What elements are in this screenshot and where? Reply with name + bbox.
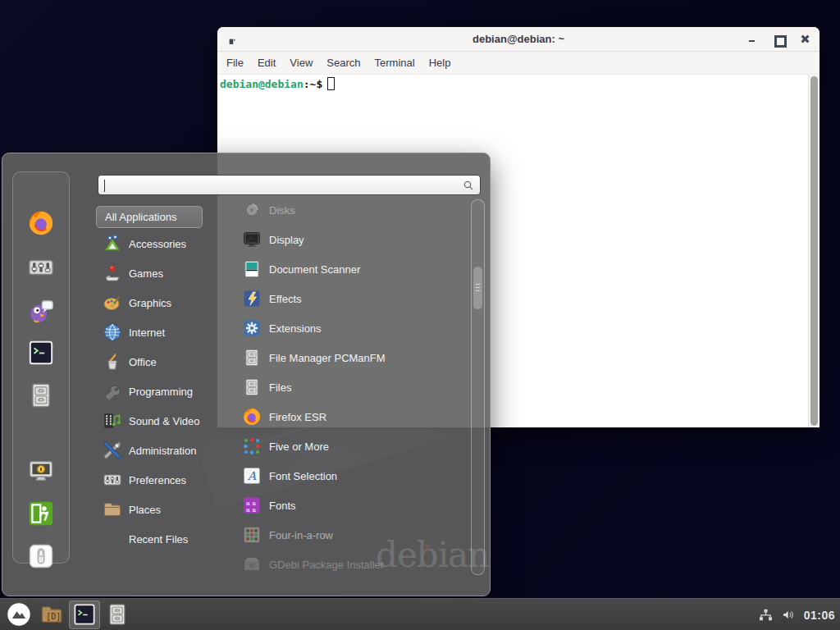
category-label: Preferences xyxy=(129,474,186,486)
file-cabinet-icon xyxy=(105,602,130,627)
category-item-programming[interactable]: Programming xyxy=(96,377,235,406)
terminal-menu-search[interactable]: Search xyxy=(326,57,360,69)
system-tray: 01:06 xyxy=(758,599,835,630)
favorite-file-manager-button[interactable] xyxy=(25,379,57,412)
taskbar-file-manager-button[interactable]: [D] xyxy=(36,600,67,629)
app-item-fonts[interactable]: a aa aFonts xyxy=(234,491,470,520)
minimize-button[interactable] xyxy=(747,34,757,44)
app-label: Files xyxy=(269,381,291,394)
terminal-menu-edit[interactable]: Edit xyxy=(258,57,276,69)
menu-scrollbar-handle[interactable] xyxy=(473,267,482,309)
app-item-extensions[interactable]: Extensions xyxy=(234,313,470,343)
administration-icon xyxy=(103,441,122,460)
category-item-games[interactable]: Games xyxy=(96,258,235,288)
close-button[interactable] xyxy=(800,34,810,44)
svg-text:A: A xyxy=(247,469,257,482)
internet-icon xyxy=(103,322,122,342)
terminal-menu-help[interactable]: Help xyxy=(429,57,451,69)
app-item-file-manager-pcmanfm[interactable]: File Manager PCManFM xyxy=(234,343,470,372)
file-cabinet-icon xyxy=(27,381,55,409)
app-item-disks[interactable]: Disks xyxy=(234,195,470,225)
no-icon xyxy=(103,529,122,549)
favorite-lock-screen-button[interactable] xyxy=(25,454,57,487)
terminal-scrollbar-handle[interactable] xyxy=(810,76,818,426)
menu-logo-icon xyxy=(7,602,31,627)
category-item-internet[interactable]: Internet xyxy=(96,317,235,347)
category-label: Places xyxy=(129,504,161,516)
app-item-five-or-more[interactable]: Five or More xyxy=(234,431,470,461)
four-in-a-row-icon xyxy=(242,525,262,545)
application-menu: All Applications AccessoriesGamesGraphic… xyxy=(2,153,491,596)
places-icon xyxy=(103,500,122,519)
category-item-administration[interactable]: Administration xyxy=(96,436,235,465)
app-label: Display xyxy=(269,234,304,246)
preferences-icon xyxy=(27,253,55,281)
five-or-more-icon xyxy=(242,436,262,456)
volume-icon[interactable] xyxy=(781,607,797,623)
app-item-document-scanner[interactable]: Document Scanner xyxy=(234,254,470,284)
firefox-icon xyxy=(242,407,262,427)
category-item-places[interactable]: Places xyxy=(96,495,235,524)
terminal-menu-view[interactable]: View xyxy=(290,57,313,69)
taskbar-terminal-button[interactable] xyxy=(69,600,100,629)
disks-icon xyxy=(242,200,262,220)
category-label: Games xyxy=(129,267,163,280)
category-item-preferences[interactable]: Preferences xyxy=(96,465,235,495)
app-label: Effects xyxy=(269,293,302,305)
app-item-gdebi-package-installer[interactable]: GDebi Package Installer xyxy=(234,550,470,579)
terminal-titlebar[interactable]: debian@debian: ~ xyxy=(217,27,819,52)
favorite-terminal-button[interactable] xyxy=(25,336,57,369)
sound-video-icon xyxy=(103,411,122,431)
app-item-effects[interactable]: Effects xyxy=(234,284,470,313)
favorite-firefox-button[interactable] xyxy=(25,207,57,240)
app-label: Fonts xyxy=(269,500,296,512)
category-label: Accessories xyxy=(129,238,186,250)
applications-list: DisksDisplayDocument ScannerEffectsExten… xyxy=(234,195,470,579)
programming-icon xyxy=(103,381,122,401)
category-item-graphics[interactable]: Graphics xyxy=(96,288,235,317)
category-label: Recent Files xyxy=(129,533,188,546)
terminal-menu-terminal[interactable]: Terminal xyxy=(375,57,415,69)
lock-screen-icon xyxy=(27,457,55,485)
terminal-scrollbar[interactable] xyxy=(808,75,819,427)
app-item-four-in-a-row[interactable]: Four-in-a-row xyxy=(234,520,470,550)
maximize-button[interactable] xyxy=(774,34,783,44)
menu-scrollbar[interactable] xyxy=(471,199,485,575)
search-input[interactable] xyxy=(98,176,462,194)
terminal-menubar: FileEditViewSearchTerminalHelp xyxy=(217,52,819,75)
category-item-accessories[interactable]: Accessories xyxy=(96,229,235,258)
search-icon xyxy=(462,179,475,192)
app-item-font-selection[interactable]: AFont Selection xyxy=(234,461,470,491)
taskbar-files-button[interactable] xyxy=(102,600,133,629)
extensions-icon xyxy=(242,318,262,338)
network-icon[interactable] xyxy=(758,607,774,623)
graphics-icon xyxy=(103,293,122,313)
category-item-recent-files[interactable]: Recent Files xyxy=(96,524,235,554)
filter-all-applications[interactable]: All Applications xyxy=(96,206,203,228)
file-cabinet-icon xyxy=(242,377,262,397)
taskbar-menu-button[interactable] xyxy=(3,600,34,629)
favorite-log-out-button[interactable] xyxy=(25,497,57,530)
svg-text:[D]: [D] xyxy=(46,612,61,621)
pidgin-icon xyxy=(27,297,55,325)
app-item-files[interactable]: Files xyxy=(234,372,470,402)
app-item-display[interactable]: Display xyxy=(234,225,470,254)
text-caret xyxy=(104,180,105,192)
effects-icon xyxy=(242,289,262,308)
category-item-sound-video[interactable]: Sound & Video xyxy=(96,406,235,436)
clock[interactable]: 01:06 xyxy=(804,609,835,622)
terminal-menu-file[interactable]: File xyxy=(226,57,244,69)
category-item-office[interactable]: Office xyxy=(96,347,235,377)
menu-search-box[interactable] xyxy=(98,175,481,195)
app-item-firefox-esr[interactable]: Firefox ESR xyxy=(234,402,470,431)
prompt-path: :~$ xyxy=(304,78,322,90)
app-label: File Manager PCManFM xyxy=(269,352,386,364)
firefox-icon xyxy=(27,209,55,237)
file-cabinet-icon xyxy=(242,348,262,368)
favorite-power-button[interactable] xyxy=(25,540,57,573)
category-label: Graphics xyxy=(129,297,171,309)
favorite-pidgin-button[interactable] xyxy=(25,294,57,327)
favorite-preferences-panel-button[interactable] xyxy=(25,251,57,284)
favorites-rail xyxy=(12,171,70,564)
app-label: Five or More xyxy=(269,441,329,453)
